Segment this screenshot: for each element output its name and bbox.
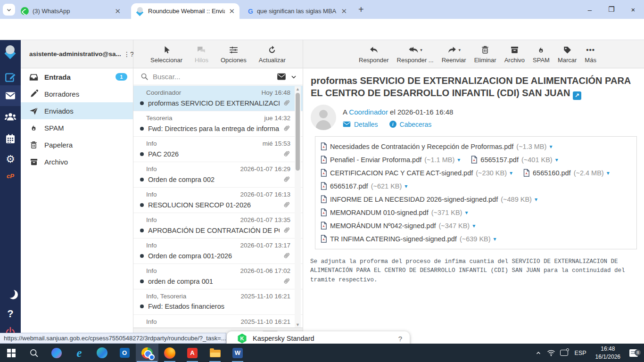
search-scope-mail-icon[interactable] (277, 73, 286, 81)
outlook-button[interactable]: O (113, 344, 136, 362)
account-menu-icon[interactable]: ⋮? (124, 53, 127, 56)
rail-mail-button[interactable] (0, 90, 21, 101)
tab-close-icon[interactable]: ✕ (229, 7, 235, 16)
language-indicator[interactable]: ESP (570, 350, 591, 356)
scrollbar-thumb[interactable] (296, 93, 300, 171)
start-button[interactable] (0, 344, 23, 362)
word-button[interactable]: W (226, 344, 249, 362)
message-row[interactable]: Info, Tesoreria2025-11-10 16:21 Fwd: Est… (133, 289, 303, 315)
tab-roundcube[interactable]: Roundcube Webmail :: Enviados ✕ (131, 3, 239, 19)
compose-button[interactable] (0, 71, 21, 83)
attachment-menu-caret-icon[interactable]: ▾ (535, 196, 537, 203)
internet-explorer-button[interactable]: e (68, 344, 91, 362)
dark-mode-button[interactable] (0, 288, 21, 298)
copilot-button[interactable] (45, 344, 68, 362)
select-button[interactable]: Seleccionar (150, 44, 182, 64)
threads-button[interactable]: Hilos (195, 44, 208, 64)
details-link[interactable]: Detalles (354, 121, 378, 128)
list-scrollbar[interactable]: ▲ ▼ (295, 86, 301, 328)
file-explorer-button[interactable] (204, 344, 226, 362)
attachment-menu-caret-icon[interactable]: ▾ (405, 183, 407, 189)
meet-now-button[interactable] (558, 350, 570, 356)
scroll-up-icon[interactable]: ▲ (296, 86, 300, 92)
search-input[interactable] (153, 73, 272, 81)
attachment-menu-caret-icon[interactable]: ▾ (549, 143, 552, 150)
tab-close-icon[interactable]: ✕ (115, 7, 121, 16)
account-header[interactable]: asistente-administrativo@sa... ⋮? (21, 40, 133, 68)
attachment-item[interactable]: Necesidades de Contratación y Recepción … (320, 140, 552, 153)
message-row[interactable]: Info2025-11-10 16:21 (133, 315, 303, 328)
attachment-menu-caret-icon[interactable]: ▾ (472, 222, 475, 229)
spam-button[interactable]: SPAM (533, 44, 550, 64)
archive-button[interactable]: Archivo (504, 44, 525, 64)
attachment-item[interactable]: 6565160.pdf(~2.4 MB)▾ (523, 167, 610, 179)
attachment-item[interactable]: 6565157.pdf(~401 KB)▾ (471, 154, 558, 166)
rail-contacts-button[interactable] (0, 111, 21, 123)
attachment-item[interactable]: Penafiel - Enviar Proforma.pdf(~1.1 MB)▾ (320, 154, 460, 166)
reply-all-button[interactable]: ▾ Responder ... (397, 44, 434, 64)
new-tab-button[interactable]: + (358, 4, 364, 15)
search-options-chevron-icon[interactable] (290, 74, 297, 80)
more-button[interactable]: ••• Más (585, 44, 596, 64)
mark-button[interactable]: Marcar (558, 44, 577, 64)
help-button[interactable]: ? (0, 308, 21, 320)
scroll-down-icon[interactable]: ▼ (296, 322, 300, 328)
sidebar-item-spam[interactable]: SPAM (21, 119, 133, 136)
attachment-item[interactable]: INFORME DE LA NECESIDAD 2026-signed-sign… (320, 193, 537, 206)
message-row[interactable]: Info2026-01-07 13:17 Orden de compra 001… (133, 239, 303, 264)
firefox-button[interactable] (158, 344, 181, 362)
attachment-menu-caret-icon[interactable]: ▾ (555, 156, 558, 163)
message-row[interactable]: Info2026-01-07 16:13 RESOLUCION SERCOP 0… (133, 188, 303, 213)
acrobat-button[interactable]: A (181, 344, 204, 362)
rail-settings-button[interactable]: ⚙ (0, 153, 21, 165)
tray-expand-button[interactable] (532, 350, 545, 356)
message-row[interactable]: CoordinadorHoy 16:48 proformas SERVICIO … (133, 86, 303, 111)
delete-button[interactable]: Eliminar (474, 44, 496, 64)
notification-center-button[interactable]: 8 (625, 349, 642, 357)
forward-button[interactable]: ▾ Reenviar (442, 44, 466, 64)
rail-calendar-button[interactable] (0, 133, 21, 145)
reply-button[interactable]: Responder (359, 44, 389, 64)
sidebar-item-archivo[interactable]: Archivo (21, 153, 133, 170)
window-minimize-button[interactable]: – (579, 0, 601, 19)
reply-all-caret-icon[interactable]: ▾ (420, 48, 422, 52)
attachment-item[interactable]: 6565167.pdf(~621 KB)▾ (320, 180, 407, 192)
edge-button[interactable] (91, 344, 113, 362)
message-row[interactable]: Info2026-01-07 16:29 Orden de compra 002 (133, 162, 303, 188)
tab-whatsapp[interactable]: (3) WhatsApp ✕ (16, 3, 125, 19)
attachment-menu-caret-icon[interactable]: ▾ (465, 209, 468, 216)
tab-search-button[interactable] (3, 4, 15, 16)
attachment-menu-caret-icon[interactable]: ▾ (494, 236, 496, 242)
wifi-button[interactable] (545, 349, 558, 356)
message-row[interactable]: Info2026-01-07 13:35 APROBACIÓN DE CONTR… (133, 213, 303, 239)
options-button[interactable]: Opciones (221, 44, 247, 64)
refresh-list-button[interactable]: Actualizar (259, 44, 286, 64)
clock[interactable]: 16:4816/1/2026 (591, 345, 625, 360)
attachment-menu-caret-icon[interactable]: ▾ (457, 156, 460, 163)
kaspersky-help-button[interactable]: ? (398, 335, 402, 343)
headers-link[interactable]: Cabeceras (400, 121, 432, 128)
tab-close-icon[interactable]: ✕ (341, 7, 347, 16)
message-row[interactable]: Info2026-01-06 17:02 orden de compra 001 (133, 264, 303, 289)
message-row[interactable]: Infomié 15:53 PAC 2026 (133, 137, 303, 162)
window-restore-button[interactable]: ❐ (601, 0, 622, 19)
tab-google-search[interactable]: G que significan las siglas MBA EN ✕ (243, 3, 352, 19)
sidebar-item-enviados[interactable]: Enviados (21, 102, 133, 119)
message-row[interactable]: Tesoreriajue 14:32 Fwd: Directrices para… (133, 111, 303, 137)
attachment-item[interactable]: TR INFIMA CATERING-signed-signed.pdf(~63… (320, 233, 496, 245)
open-in-new-window-icon[interactable]: ↗ (573, 91, 581, 100)
attachment-menu-caret-icon[interactable]: ▾ (510, 170, 512, 176)
sidebar-item-papelera[interactable]: Papelera (21, 136, 133, 153)
chrome-button[interactable] (136, 344, 158, 362)
attachment-menu-caret-icon[interactable]: ▾ (607, 170, 610, 176)
sidebar-item-borradores[interactable]: Borradores (21, 85, 133, 102)
forward-caret-icon[interactable]: ▾ (458, 48, 461, 52)
taskbar-search-button[interactable] (23, 344, 45, 362)
attachment-item[interactable]: MEMORÁNDUM Nº042-signed.pdf(~347 KB)▾ (320, 220, 475, 232)
cpanel-icon[interactable]: cP (0, 173, 21, 180)
attachment-item[interactable]: CERTIFICACION PAC Y CATE ACT-signed.pdf(… (320, 167, 512, 179)
sidebar-item-entrada[interactable]: Entrada 1 (21, 68, 133, 85)
attachment-item[interactable]: MEMORANDUM 010-signed.pdf(~371 KB)▾ (320, 206, 468, 219)
recipient-link[interactable]: Coordinador (349, 108, 388, 116)
window-close-button[interactable]: × (622, 0, 644, 19)
